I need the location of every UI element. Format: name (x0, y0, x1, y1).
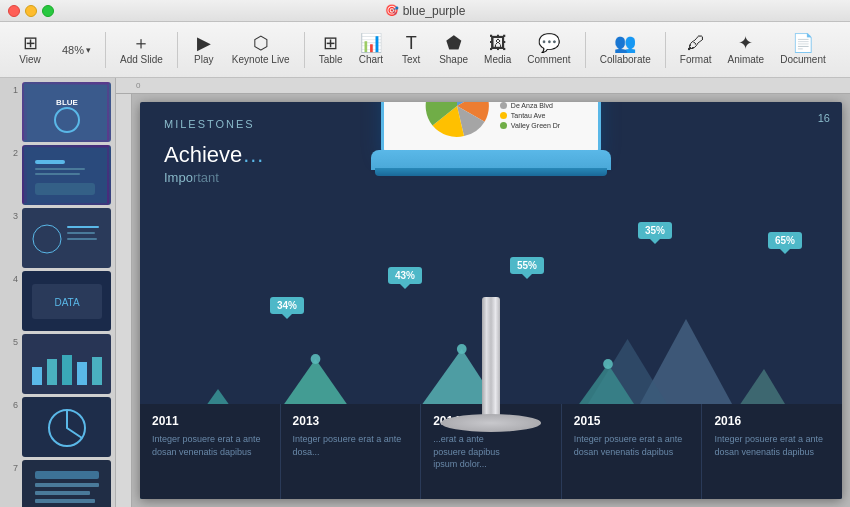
slide-num-1: 1 (4, 82, 18, 142)
slide-preview-5[interactable] (22, 334, 111, 394)
main-area: 1 BLUE 2 (0, 78, 850, 507)
document-button[interactable]: 📄 Document (774, 30, 832, 69)
maximize-button[interactable] (42, 5, 54, 17)
text-button[interactable]: T Text (393, 30, 429, 69)
pct-bubble-55: 55% (510, 257, 544, 274)
timeline-item-2016: 2016 Integer posuere erat a ante dosan v… (701, 404, 842, 499)
svg-rect-11 (67, 232, 95, 234)
title-bar: 🎯 blue_purple (0, 0, 850, 22)
svg-rect-19 (62, 355, 72, 385)
legend-item-4: Tantau Ave (500, 112, 560, 119)
document-icon: 📄 (792, 34, 814, 52)
slide-thumb-1[interactable]: 1 BLUE (4, 82, 111, 142)
pct-bubble-35: 35% (638, 222, 672, 239)
svg-rect-7 (35, 183, 95, 195)
slide-num-7: 7 (4, 460, 18, 507)
slide-num-2: 2 (4, 145, 18, 205)
add-slide-icon: ＋ (132, 34, 150, 52)
chart-icon: 📊 (360, 34, 382, 52)
toolbar: ⊞ View 48% ▾ ＋ Add Slide ▶ Play ⬡ Keynot… (0, 22, 850, 78)
toolbar-separator-3 (304, 32, 305, 68)
important-text: Important (164, 170, 219, 185)
slide-num-3: 3 (4, 208, 18, 268)
view-group: ⊞ View (8, 30, 52, 69)
slide-thumb-7[interactable]: 7 (4, 460, 111, 507)
media-button[interactable]: 🖼 Media (478, 30, 517, 69)
milestones-header: MILESTONES (164, 118, 255, 130)
legend-item-3: De Anza Blvd (500, 102, 560, 109)
svg-rect-21 (92, 357, 102, 385)
legend-label-5: Valley Green Dr (511, 122, 560, 129)
slide-canvas[interactable]: MILESTONES Achieve… Important 16 (140, 102, 842, 499)
slide-preview-6[interactable] (22, 397, 111, 457)
view-button[interactable]: ⊞ View (12, 30, 48, 69)
slide-preview-2[interactable] (22, 145, 111, 205)
podium-surface (371, 150, 611, 170)
podium-surface-edge (375, 168, 607, 176)
keynote-icon: 🎯 (385, 4, 399, 17)
format-icon: 🖊 (687, 34, 705, 52)
pie-chart-svg (422, 102, 492, 141)
slide-preview-7[interactable] (22, 460, 111, 507)
collaborate-button[interactable]: 👥 Collaborate (594, 30, 657, 69)
slide-thumb-5[interactable]: 5 (4, 334, 111, 394)
slide-preview-3[interactable] (22, 208, 111, 268)
svg-rect-6 (35, 173, 80, 175)
format-button[interactable]: 🖊 Format (674, 30, 718, 69)
table-button[interactable]: ⊞ Table (313, 30, 349, 69)
media-icon: 🖼 (489, 34, 507, 52)
legend-dot-3 (500, 102, 507, 109)
shape-button[interactable]: ⬟ Shape (433, 30, 474, 69)
keynote-live-button[interactable]: ⬡ Keynote Live (226, 30, 296, 69)
legend-label-3: De Anza Blvd (511, 102, 553, 109)
timeline-item-2015: 2015 Integer posuere erat a ante dosan v… (561, 404, 702, 499)
vertical-ruler (116, 94, 132, 507)
slide-preview-4[interactable]: DATA (22, 271, 111, 331)
slide-preview-1[interactable]: BLUE (22, 82, 111, 142)
zoom-control[interactable]: 48% ▾ (56, 40, 97, 60)
pie-chart-area: Infinite Loop Madani Ave De Anza Blvd (422, 102, 560, 141)
timeline-item-2014: 2014 ...erat a anteposuere dapibusipsum … (420, 404, 561, 499)
toolbar-separator (105, 32, 106, 68)
pct-bubble-65: 65% (768, 232, 802, 249)
slide-number-badge: 16 (818, 112, 830, 124)
collaborate-icon: 👥 (614, 34, 636, 52)
timeline-year-2013: 2013 (293, 414, 409, 428)
svg-rect-25 (35, 471, 99, 479)
timeline-item-2013: 2013 Integer posuere erat a ante dosa... (280, 404, 421, 499)
animate-button[interactable]: ✦ Animate (721, 30, 770, 69)
slide-thumb-3[interactable]: 3 (4, 208, 111, 268)
svg-point-43 (311, 354, 321, 364)
slide-num-5: 5 (4, 334, 18, 394)
timeline-year-2014: 2014 (433, 414, 549, 428)
timeline-bar: 2011 Integer posuere erat a ante dosan v… (140, 404, 842, 499)
animate-icon: ✦ (738, 34, 753, 52)
traffic-lights (8, 5, 54, 17)
svg-rect-18 (47, 359, 57, 385)
svg-rect-17 (32, 367, 42, 385)
timeline-desc-2011: Integer posuere erat a ante dosan venena… (152, 433, 268, 458)
timeline-desc-2013: Integer posuere erat a ante dosa... (293, 433, 409, 458)
toolbar-separator-4 (585, 32, 586, 68)
chart-button[interactable]: 📊 Chart (353, 30, 389, 69)
svg-rect-4 (35, 160, 65, 164)
comment-button[interactable]: 💬 Comment (521, 30, 576, 69)
play-icon: ▶ (197, 34, 211, 52)
podium-screen: KEYNOTE (381, 102, 601, 155)
close-button[interactable] (8, 5, 20, 17)
svg-rect-10 (67, 226, 99, 228)
canvas-area: 0 MILESTONES Achieve… Important 16 (116, 78, 850, 507)
play-button[interactable]: ▶ Play (186, 30, 222, 69)
minimize-button[interactable] (25, 5, 37, 17)
slide-thumb-4[interactable]: 4 DATA (4, 271, 111, 331)
slide-thumb-6[interactable]: 6 (4, 397, 111, 457)
svg-text:BLUE: BLUE (56, 98, 78, 107)
add-slide-button[interactable]: ＋ Add Slide (114, 30, 169, 69)
timeline-desc-2014: ...erat a anteposuere dapibusipsum dolor… (433, 433, 549, 471)
slide-thumb-2[interactable]: 2 (4, 145, 111, 205)
svg-rect-27 (35, 491, 90, 495)
timeline-year-2016: 2016 (714, 414, 830, 428)
text-icon: T (406, 34, 417, 52)
chevron-down-icon: ▾ (86, 45, 91, 55)
keynote-live-icon: ⬡ (253, 34, 269, 52)
